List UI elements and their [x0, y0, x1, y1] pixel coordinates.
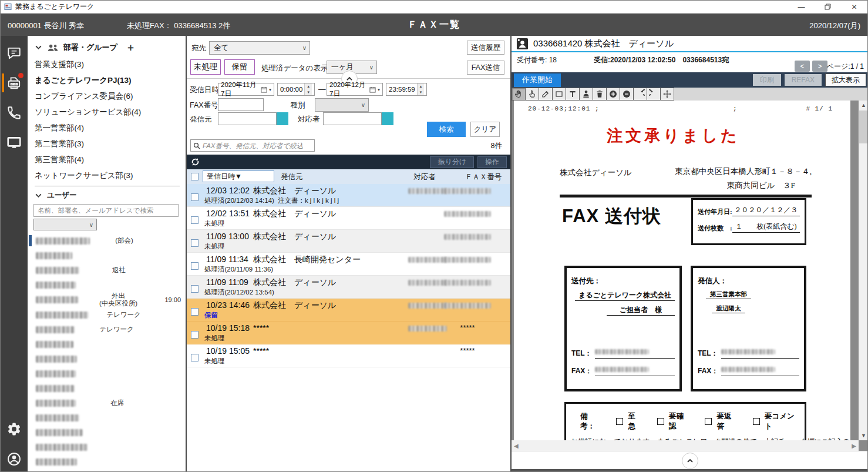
time-spinner[interactable]: ▲▼: [304, 83, 312, 95]
type-select[interactable]: ∨: [315, 98, 369, 112]
row-checkbox[interactable]: [191, 239, 199, 247]
trash-tool-button[interactable]: [593, 88, 607, 101]
row-checkbox[interactable]: [191, 216, 199, 224]
sender-input[interactable]: [218, 112, 277, 125]
fax-row[interactable]: 10/19 15:05**********未処理: [187, 344, 510, 367]
user-row[interactable]: 在席: [28, 396, 186, 410]
department-item[interactable]: 営業支援部(3): [28, 56, 186, 72]
user-row[interactable]: テレワーク: [28, 307, 186, 322]
time-from-field[interactable]: 0:00:00 ▲▼: [277, 83, 315, 96]
user-row[interactable]: [28, 381, 186, 396]
handler-input[interactable]: [323, 112, 382, 125]
row-checkbox[interactable]: [191, 354, 199, 361]
vertical-scrollbar[interactable]: ▲ ▼: [859, 101, 868, 440]
minimize-icon[interactable]: —: [788, 1, 815, 14]
col-handler[interactable]: 対応者: [398, 172, 451, 182]
sort-datetime-header[interactable]: 受信日時▼: [203, 170, 274, 182]
department-item[interactable]: ネットワークサービス部(3): [28, 168, 186, 183]
clear-button[interactable]: クリア: [470, 122, 500, 137]
horizontal-scrollbar[interactable]: ◀▶: [512, 440, 859, 451]
zoom-out-tool-button[interactable]: [620, 88, 634, 101]
user-row[interactable]: 退社: [28, 263, 186, 277]
department-item[interactable]: まるごとテレワークPJ(13): [28, 72, 186, 88]
next-page-button[interactable]: >: [812, 61, 827, 72]
fax-row[interactable]: 12/03 12:02株式会社 ディーソル処理済(20/12/03 14:14)…: [187, 184, 510, 207]
user-row[interactable]: [28, 277, 186, 292]
department-item[interactable]: 第一営業部(4): [28, 120, 186, 136]
operate-button[interactable]: 操作: [477, 156, 507, 168]
refresh-icon[interactable]: [190, 157, 200, 167]
sender-lookup-button[interactable]: [277, 112, 288, 125]
user-search-input[interactable]: [33, 204, 179, 217]
user-row[interactable]: 外出 (中央区役所)19:00: [28, 292, 186, 307]
col-sender[interactable]: 発信元: [281, 172, 303, 182]
close-icon[interactable]: ✕: [841, 1, 867, 14]
fax-row[interactable]: 10/23 14:46株式会社 ディーソル保留: [187, 299, 510, 322]
pointer-tool-button[interactable]: [525, 88, 539, 101]
nav-fax-button[interactable]: [1, 73, 28, 93]
send-history-button[interactable]: 送信履歴: [467, 41, 504, 55]
dest-select[interactable]: 全て∨: [209, 41, 310, 55]
prev-page-button[interactable]: <: [795, 61, 810, 72]
user-row[interactable]: [28, 440, 186, 454]
list-filter-input[interactable]: [203, 142, 312, 149]
fax-row[interactable]: 11/09 13:00株式会社 ディーソル未処理: [187, 230, 510, 253]
user-filter-dropdown[interactable]: ∨: [33, 219, 97, 230]
pen-tool-button[interactable]: [539, 88, 553, 101]
hand-tool-button[interactable]: [512, 88, 526, 101]
row-checkbox[interactable]: [191, 262, 199, 270]
fax-row[interactable]: 11/09 11:34株式会社 長崎開発センター処理済(20/11/09 11:…: [187, 253, 510, 276]
fax-number-input[interactable]: [218, 98, 264, 111]
time-to-field[interactable]: 23:59:59 ▲▼: [386, 83, 427, 96]
fax-send-button[interactable]: FAX送信: [467, 61, 504, 75]
date-from-field[interactable]: 2020年11月 7日 ▾: [218, 83, 274, 96]
user-row[interactable]: [28, 425, 186, 440]
fax-row[interactable]: 11/09 11:09株式会社 ディーソル処理済(20/12/02 13:54): [187, 276, 510, 299]
rect-tool-button[interactable]: [552, 88, 566, 101]
user-row[interactable]: [28, 337, 186, 352]
user-row[interactable]: [28, 366, 186, 381]
chevron-down-icon[interactable]: [35, 43, 42, 51]
rotate-left-tool-button[interactable]: [633, 88, 647, 101]
scrollbar-thumb[interactable]: [859, 111, 868, 143]
refax-button[interactable]: REFAX: [785, 74, 822, 86]
fax-row[interactable]: 12/02 13:51株式会社 ディーソル未処理: [187, 207, 510, 230]
user-row[interactable]: (部会): [28, 233, 186, 248]
user-row[interactable]: テレワーク: [28, 322, 186, 337]
row-checkbox[interactable]: [191, 285, 199, 293]
print-button[interactable]: 印刷: [753, 74, 781, 86]
nav-phone-button[interactable]: [1, 103, 28, 123]
row-checkbox[interactable]: [191, 331, 199, 339]
nav-account-button[interactable]: [1, 449, 28, 469]
row-checkbox[interactable]: [191, 308, 199, 316]
user-row[interactable]: [28, 248, 186, 263]
zoom-in-tool-button[interactable]: [606, 88, 620, 101]
user-row[interactable]: [28, 469, 186, 472]
stamp-tool-button[interactable]: [579, 88, 593, 101]
enlarge-button[interactable]: 拡大表示: [825, 73, 866, 86]
handler-lookup-button[interactable]: [382, 112, 393, 125]
nav-chat-button[interactable]: [1, 43, 28, 63]
start-work-button[interactable]: 作業開始: [514, 73, 561, 87]
text-tool-button[interactable]: [566, 88, 580, 101]
user-row[interactable]: [28, 410, 186, 425]
chevron-down-icon[interactable]: [35, 192, 42, 199]
row-checkbox[interactable]: [191, 193, 199, 201]
assign-button[interactable]: 振り分け: [430, 156, 474, 168]
department-item[interactable]: ソリューションサービス部(4): [28, 104, 186, 120]
hold-filter-button[interactable]: 保留: [224, 59, 255, 75]
user-row[interactable]: [28, 352, 186, 366]
scroll-up-icon[interactable]: ▲: [859, 101, 868, 110]
fax-row[interactable]: 10/19 15:18**********未処理: [187, 322, 510, 344]
time-spinner[interactable]: ▲▼: [417, 83, 424, 95]
unprocessed-filter-button[interactable]: 未処理: [190, 59, 221, 75]
scroll-down-icon[interactable]: ▼: [859, 431, 868, 440]
department-item[interactable]: コンプライアンス委員会(6): [28, 88, 186, 104]
date-to-field[interactable]: 2020年12月 7日 ▾: [327, 83, 383, 96]
nav-settings-button[interactable]: [1, 419, 28, 439]
move-tool-button[interactable]: [660, 88, 674, 101]
restore-icon[interactable]: [815, 1, 841, 14]
department-item[interactable]: 第二営業部(3): [28, 136, 186, 152]
search-button[interactable]: 検索: [427, 122, 466, 137]
add-group-button[interactable]: ＋: [126, 41, 136, 54]
